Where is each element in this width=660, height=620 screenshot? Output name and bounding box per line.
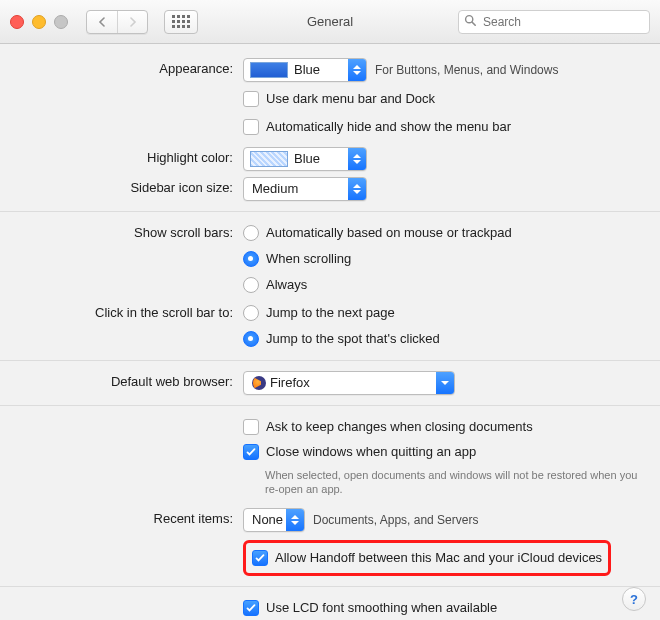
handoff-highlight: Allow Handoff between this Mac and your … <box>243 540 611 576</box>
stepper-icon <box>348 178 366 200</box>
highlight-swatch <box>250 151 288 167</box>
label-highlight: Highlight color: <box>18 147 243 169</box>
highlight-value: Blue <box>294 148 344 170</box>
handoff-label: Allow Handoff between this Mac and your … <box>275 547 602 569</box>
label-appearance: Appearance: <box>18 58 243 80</box>
minimize-window-button[interactable] <box>32 15 46 29</box>
lcd-smoothing-label: Use LCD font smoothing when available <box>266 597 497 619</box>
appearance-trail: For Buttons, Menus, and Windows <box>375 59 558 81</box>
search-field-wrap <box>458 10 650 34</box>
close-windows-note: When selected, open documents and window… <box>265 468 642 496</box>
label-recent: Recent items: <box>18 508 243 530</box>
click-radio-next[interactable]: Jump to the next page <box>243 302 440 324</box>
scroll-radio-label: Always <box>266 274 307 296</box>
appearance-swatch <box>250 62 288 78</box>
divider <box>0 405 660 406</box>
click-radio-spot[interactable]: Jump to the spot that's clicked <box>243 328 440 350</box>
recent-items-select[interactable]: None <box>243 508 305 532</box>
stepper-icon <box>348 148 366 170</box>
search-input[interactable] <box>458 10 650 34</box>
lcd-smoothing-checkbox[interactable]: Use LCD font smoothing when available <box>243 597 497 619</box>
handoff-checkbox[interactable]: Allow Handoff between this Mac and your … <box>252 547 602 569</box>
stepper-icon <box>286 509 304 531</box>
stepper-icon <box>436 372 454 394</box>
close-windows-label: Close windows when quitting an app <box>266 441 476 463</box>
help-button[interactable]: ? <box>622 587 646 611</box>
scroll-radio-when[interactable]: When scrolling <box>243 248 512 270</box>
dark-menu-label: Use dark menu bar and Dock <box>266 88 435 110</box>
sidebar-size-select[interactable]: Medium <box>243 177 367 201</box>
ask-changes-label: Ask to keep changes when closing documen… <box>266 416 533 438</box>
divider <box>0 586 660 587</box>
scroll-radio-label: When scrolling <box>266 248 351 270</box>
scroll-radio-always[interactable]: Always <box>243 274 512 296</box>
label-sidebar: Sidebar icon size: <box>18 177 243 199</box>
recent-items-trail: Documents, Apps, and Servers <box>313 509 478 531</box>
label-click: Click in the scroll bar to: <box>18 302 243 324</box>
close-window-button[interactable] <box>10 15 24 29</box>
firefox-icon <box>252 376 266 390</box>
click-radio-label: Jump to the spot that's clicked <box>266 328 440 350</box>
highlight-select[interactable]: Blue <box>243 147 367 171</box>
autohide-menu-checkbox[interactable]: Automatically hide and show the menu bar <box>243 116 511 138</box>
show-all-button[interactable] <box>164 10 198 34</box>
scroll-radio-auto[interactable]: Automatically based on mouse or trackpad <box>243 222 512 244</box>
click-radio-label: Jump to the next page <box>266 302 395 324</box>
browser-select[interactable]: Firefox <box>243 371 455 395</box>
window-controls <box>10 15 68 29</box>
sidebar-size-value: Medium <box>244 178 322 200</box>
svg-line-1 <box>472 22 475 25</box>
grid-icon <box>172 15 190 28</box>
nav-back-forward <box>86 10 148 34</box>
general-pane: Appearance: Blue For Buttons, Menus, and… <box>0 44 660 620</box>
toolbar: General <box>0 0 660 44</box>
divider <box>0 360 660 361</box>
dark-menu-checkbox[interactable]: Use dark menu bar and Dock <box>243 88 435 110</box>
label-browser: Default web browser: <box>18 371 243 393</box>
search-icon <box>464 14 477 30</box>
autohide-menu-label: Automatically hide and show the menu bar <box>266 116 511 138</box>
label-scroll: Show scroll bars: <box>18 222 243 244</box>
forward-button[interactable] <box>117 11 147 33</box>
scroll-radio-group: Automatically based on mouse or trackpad… <box>243 222 512 296</box>
browser-value: Firefox <box>270 372 310 394</box>
stepper-icon <box>348 59 366 81</box>
back-button[interactable] <box>87 11 117 33</box>
ask-changes-checkbox[interactable]: Ask to keep changes when closing documen… <box>243 416 533 438</box>
close-windows-checkbox[interactable]: Close windows when quitting an app <box>243 441 476 463</box>
divider <box>0 211 660 212</box>
scroll-radio-label: Automatically based on mouse or trackpad <box>266 222 512 244</box>
appearance-select[interactable]: Blue <box>243 58 367 82</box>
appearance-value: Blue <box>294 59 344 81</box>
zoom-window-button[interactable] <box>54 15 68 29</box>
click-radio-group: Jump to the next page Jump to the spot t… <box>243 302 440 350</box>
